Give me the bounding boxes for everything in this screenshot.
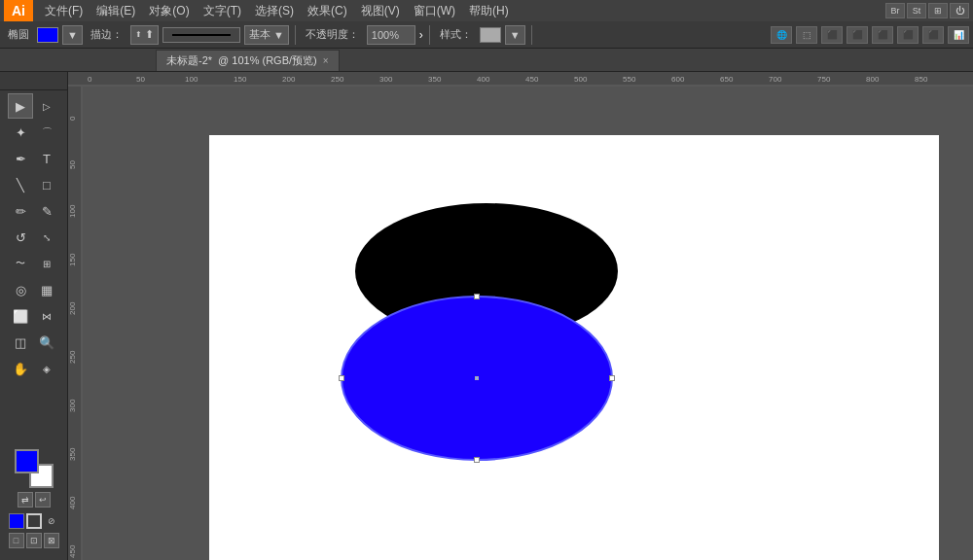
swap-colors-button[interactable]: ⇄ (18, 492, 33, 508)
fill-color-swatch[interactable] (37, 27, 58, 43)
power-icon[interactable]: ⏻ (950, 3, 969, 18)
fill-indicator[interactable] (9, 513, 24, 529)
artboard-tool[interactable]: ⬜ (8, 303, 33, 329)
tool-row-6: ↺ ⤡ (8, 225, 59, 250)
svg-text:350: 350 (68, 447, 77, 461)
paintbrush-tool[interactable]: ✏ (8, 198, 33, 224)
top-right-icons: Br St ⊞ ⏻ (885, 3, 969, 18)
document-tab[interactable]: 未标题-2* @ 101% (RGB/预览) × (156, 50, 340, 71)
symbol-sprayer-tool[interactable]: ◎ (8, 277, 33, 302)
normal-draw-mode[interactable]: □ (9, 533, 24, 548)
warp-tool[interactable]: 〜 (8, 251, 33, 276)
tab-close-button[interactable]: × (323, 55, 329, 66)
stroke-preview (162, 27, 240, 43)
stock-icon[interactable]: St (907, 3, 926, 18)
extra-tool[interactable]: ◈ (34, 356, 59, 381)
free-transform-tool[interactable]: ⊞ (34, 251, 59, 276)
fill-dropdown[interactable]: ▼ (62, 25, 83, 45)
opacity-input[interactable]: 100% (367, 25, 415, 45)
menu-effect[interactable]: 效果(C) (302, 1, 353, 21)
svg-text:100: 100 (185, 75, 198, 84)
align-top-icon[interactable]: ⬛ (897, 26, 919, 44)
tab-title: 未标题-2* (166, 53, 212, 68)
crop-icon[interactable]: ⬚ (796, 26, 817, 44)
svg-text:350: 350 (428, 75, 442, 84)
globe-icon[interactable]: 🌐 (771, 26, 792, 44)
stroke-indicator[interactable] (26, 513, 42, 529)
menu-select[interactable]: 选择(S) (249, 1, 300, 21)
draw-inside-mode[interactable]: ⊡ (26, 533, 42, 548)
stroke-style-dropdown[interactable]: 基本 ▼ (244, 25, 289, 45)
shape-type-label: 椭圆 (4, 27, 33, 42)
tool-row-4: ╲ □ (8, 172, 59, 197)
svg-text:700: 700 (769, 75, 782, 84)
eraser-tool[interactable]: ◫ (8, 330, 33, 355)
ruler-corner (0, 76, 67, 90)
lasso-tool[interactable]: ⌒ (34, 120, 59, 145)
align-v-icon[interactable]: ⬛ (922, 26, 944, 44)
menu-type[interactable]: 文字(T) (198, 1, 247, 21)
canvas-area (83, 87, 973, 560)
type-tool[interactable]: T (34, 146, 59, 171)
selection-tool[interactable]: ▶ (8, 93, 33, 119)
scale-tool[interactable]: ⤡ (34, 225, 59, 250)
style-dropdown[interactable]: ▼ (505, 25, 525, 45)
blue-ellipse[interactable] (341, 296, 613, 461)
menu-edit[interactable]: 编辑(E) (90, 1, 141, 21)
handle-right[interactable] (609, 375, 615, 381)
align-left-icon[interactable]: ⬛ (821, 26, 843, 44)
top-ruler: 0 50 100 150 200 250 300 350 400 450 500… (68, 72, 973, 87)
chart-icon[interactable]: 📊 (948, 26, 969, 44)
separator2 (429, 25, 430, 45)
svg-text:450: 450 (525, 75, 539, 84)
handle-bottom[interactable] (474, 457, 480, 463)
stroke-dropdown[interactable]: ⬆⬆ (130, 25, 159, 45)
color-reset-row: ⇄ ↩ (18, 492, 51, 508)
tool-row-5: ✏ ✎ (8, 198, 59, 224)
right-toolbar-icons: 🌐 ⬚ ⬛ ⬛ ⬛ ⬛ ⬛ 📊 (771, 26, 969, 44)
main-layout: ▶ ▷ ✦ ⌒ ✒ T ╲ □ ✏ ✎ ↺ ⤡ 〜 ⊞ ◎ ▦ (0, 72, 973, 560)
none-indicator[interactable]: ⊘ (44, 513, 59, 529)
svg-text:50: 50 (68, 160, 77, 169)
reset-colors-button[interactable]: ↩ (35, 492, 51, 508)
menu-view[interactable]: 视图(V) (355, 1, 406, 21)
style-label: 样式： (436, 27, 476, 42)
color-mode-row: ⊘ (9, 513, 59, 529)
menu-help[interactable]: 帮助(H) (463, 1, 515, 21)
svg-text:800: 800 (866, 75, 880, 84)
menu-object[interactable]: 对象(O) (143, 1, 195, 21)
direct-selection-tool[interactable]: ▷ (34, 93, 59, 119)
svg-text:0: 0 (68, 116, 77, 121)
svg-rect-0 (68, 72, 973, 87)
svg-text:500: 500 (574, 75, 588, 84)
pen-tool[interactable]: ✒ (8, 146, 33, 171)
svg-text:300: 300 (68, 399, 77, 412)
pencil-tool[interactable]: ✎ (34, 198, 59, 224)
bridge-icon[interactable]: Br (885, 3, 905, 18)
handle-top[interactable] (474, 294, 480, 299)
align-right-icon[interactable]: ⬛ (872, 26, 893, 44)
svg-text:50: 50 (136, 75, 145, 84)
rectangle-tool[interactable]: □ (34, 172, 59, 197)
grid-icon[interactable]: ⊞ (928, 3, 948, 18)
svg-text:550: 550 (623, 75, 636, 84)
foreground-color-swatch[interactable] (15, 449, 39, 473)
align-h-icon[interactable]: ⬛ (847, 26, 868, 44)
svg-text:150: 150 (234, 75, 247, 84)
line-tool[interactable]: ╲ (8, 172, 33, 197)
magic-wand-tool[interactable]: ✦ (8, 120, 33, 145)
rotate-tool[interactable]: ↺ (8, 225, 33, 250)
svg-rect-20 (68, 87, 83, 560)
svg-text:250: 250 (68, 350, 77, 364)
menu-window[interactable]: 窗口(W) (408, 1, 461, 21)
handle-left[interactable] (339, 375, 344, 381)
zoom-tool[interactable]: 🔍 (34, 330, 59, 355)
draw-outside-mode[interactable]: ⊠ (44, 533, 59, 548)
hand-tool[interactable]: ✋ (8, 356, 33, 381)
tool-row-11: ✋ ◈ (8, 356, 59, 381)
slice-tool[interactable]: ⋈ (34, 303, 59, 329)
svg-text:250: 250 (331, 75, 344, 84)
column-graph-tool[interactable]: ▦ (34, 277, 59, 302)
menu-file[interactable]: 文件(F) (39, 1, 89, 21)
opacity-label: 不透明度： (302, 27, 363, 42)
